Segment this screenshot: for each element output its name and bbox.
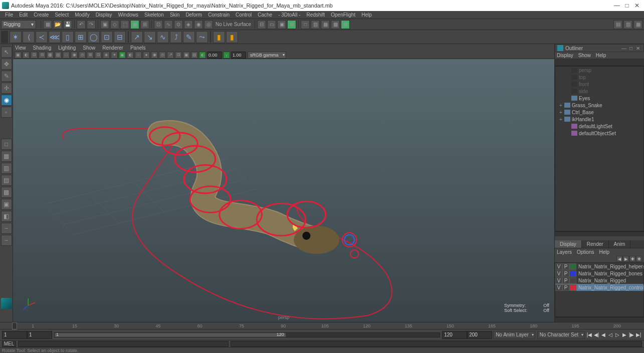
- menu-cache[interactable]: Cache: [255, 12, 275, 18]
- panel-icon[interactable]: ⊡: [175, 52, 182, 59]
- paint-tool[interactable]: ✎: [1, 71, 12, 82]
- tab-anim[interactable]: Anim: [609, 240, 631, 248]
- menu-deform[interactable]: Deform: [182, 12, 205, 18]
- menu-windows[interactable]: Windows: [115, 12, 141, 18]
- toggle-attribute-editor-button[interactable]: ▤: [613, 20, 622, 29]
- shelf-btn-4[interactable]: ⋘: [49, 31, 61, 43]
- layer-row[interactable]: VPNatrix_Natrix_Rigged_helpers: [555, 263, 643, 270]
- exposure-toggle[interactable]: ◐: [199, 52, 206, 59]
- panel-menu-shading[interactable]: Shading: [33, 45, 52, 51]
- layer-visibility[interactable]: V: [555, 277, 562, 284]
- panel-icon[interactable]: ▤: [55, 52, 62, 59]
- layer-row[interactable]: VPNatrix_Natrix_Rigged: [555, 277, 643, 284]
- range-slider-handle[interactable]: 1 120: [55, 333, 286, 337]
- menu-file[interactable]: File: [2, 12, 16, 18]
- panel-icon[interactable]: ⊞: [87, 52, 94, 59]
- panel-menu-view[interactable]: View: [15, 45, 26, 51]
- workspace-dropdown[interactable]: Rigging▾: [1, 20, 36, 29]
- shelf-btn-11[interactable]: ↘: [144, 31, 156, 43]
- toggle-channel-box-button[interactable]: ▦: [633, 20, 642, 29]
- layer-visibility[interactable]: V: [555, 284, 562, 291]
- time-slider[interactable]: 1153045607590105120135150165180195200: [0, 322, 644, 329]
- scale-tool[interactable]: ▫: [1, 107, 12, 118]
- playback-prev-key[interactable]: ◀|: [593, 331, 600, 339]
- shelf-btn-3[interactable]: ≺: [36, 31, 48, 43]
- snap-plane-button[interactable]: ◈: [184, 20, 193, 29]
- layout-persp[interactable]: ◧: [1, 211, 12, 222]
- panel-icon[interactable]: ◐: [127, 52, 134, 59]
- menu-edit[interactable]: Edit: [16, 12, 31, 18]
- snap-view-button[interactable]: ◎: [204, 20, 213, 29]
- layer-move-down[interactable]: ▶: [623, 256, 629, 262]
- menu-skin[interactable]: Skin: [167, 12, 182, 18]
- outliner-item[interactable]: persp: [555, 67, 643, 74]
- layer-row[interactable]: VPNatrix_Natrix_Rigged_bones: [555, 270, 643, 277]
- menu-create[interactable]: Create: [31, 12, 52, 18]
- playback-next-key[interactable]: |▶: [628, 331, 635, 339]
- outliner-filter-bar[interactable]: [555, 59, 644, 66]
- playback-end[interactable]: ▶|: [635, 331, 642, 339]
- command-input[interactable]: [18, 341, 229, 347]
- layer-playback[interactable]: P: [562, 284, 569, 291]
- panel-icon[interactable]: ◈: [103, 52, 110, 59]
- panel-icon[interactable]: ◉: [71, 52, 78, 59]
- playback-next[interactable]: ▶: [621, 331, 628, 339]
- character-set-dropdown[interactable]: No Character Set: [537, 331, 585, 339]
- shelf-btn-14[interactable]: ✎: [183, 31, 195, 43]
- undo-button[interactable]: ↶: [77, 20, 86, 29]
- open-scene-button[interactable]: 📂: [53, 20, 62, 29]
- viewport[interactable]: persp Symmetry:Off Soft Select:Off: [13, 59, 554, 322]
- menu-redshift[interactable]: Redshift: [304, 12, 328, 18]
- panel-icon[interactable]: ▣: [119, 52, 126, 59]
- outliner-minimize[interactable]: —: [620, 46, 627, 51]
- shelf-btn-12[interactable]: ∿: [157, 31, 169, 43]
- layer-color[interactable]: [569, 284, 576, 291]
- panel-icon[interactable]: ▣: [15, 52, 22, 59]
- playback-play[interactable]: ▷: [614, 331, 621, 339]
- panel-icon[interactable]: ⊡: [31, 52, 38, 59]
- paint-select-button[interactable]: ⬚: [120, 20, 129, 29]
- outliner-item[interactable]: +Grass_Snake: [555, 102, 643, 109]
- anim-layer-dropdown[interactable]: No Anim Layer: [493, 331, 535, 339]
- shelf-btn-13[interactable]: ⤴: [170, 31, 182, 43]
- layer-scrollbar[interactable]: [555, 317, 644, 322]
- panel-menu-lighting[interactable]: Lighting: [58, 45, 76, 51]
- layout-three[interactable]: ▩: [1, 187, 12, 198]
- layout-two-side[interactable]: ▥: [1, 163, 12, 174]
- outliner-item[interactable]: front: [555, 81, 643, 88]
- outliner-item[interactable]: top: [555, 74, 643, 81]
- snap-grid-button[interactable]: ⊡: [154, 20, 163, 29]
- current-time-marker[interactable]: [12, 322, 17, 329]
- shelf-btn-17[interactable]: ▮: [226, 31, 238, 43]
- playback-reverse[interactable]: ◁: [607, 331, 614, 339]
- expand-icon[interactable]: +: [559, 110, 564, 115]
- gamma-field[interactable]: 1.00: [231, 52, 246, 59]
- layer-menu-help[interactable]: Help: [599, 249, 609, 255]
- lasso-select-button[interactable]: ◇: [110, 20, 119, 29]
- layout-graph[interactable]: −: [1, 223, 12, 234]
- range-end[interactable]: 120: [442, 331, 467, 339]
- toggle-tool-settings-button[interactable]: ▥: [623, 20, 632, 29]
- panel-icon[interactable]: ↗: [167, 52, 174, 59]
- shelf-btn-9[interactable]: ⊟: [114, 31, 126, 43]
- expand-icon[interactable]: +: [559, 103, 564, 108]
- panel-three-button[interactable]: ▦: [321, 20, 330, 29]
- outliner-item[interactable]: Eyes: [555, 95, 643, 102]
- redo-button[interactable]: ↷: [87, 20, 96, 29]
- outliner-close[interactable]: ✕: [634, 46, 641, 51]
- outliner-maximize[interactable]: □: [627, 46, 634, 51]
- panel-menu-show[interactable]: Show: [83, 45, 95, 51]
- menu-modify[interactable]: Modify: [72, 12, 92, 18]
- layer-row[interactable]: VPNatrix_Natrix_Rigged_controllers: [555, 284, 643, 291]
- menu-constrain[interactable]: Constrain: [205, 12, 233, 18]
- script-language[interactable]: MEL: [2, 341, 16, 347]
- layout-four[interactable]: ▦: [1, 151, 12, 162]
- panel-icon[interactable]: ▤: [191, 52, 198, 59]
- select-tool[interactable]: ↖: [1, 47, 12, 58]
- panel-icon[interactable]: ◎: [159, 52, 166, 59]
- layer-move-up[interactable]: ◀: [616, 256, 622, 262]
- shelf-btn-15[interactable]: ⤳: [196, 31, 208, 43]
- panel-icon[interactable]: ⊡: [95, 52, 102, 59]
- outliner-menu-help[interactable]: Help: [596, 53, 606, 58]
- panel-icon[interactable]: ○: [135, 52, 142, 59]
